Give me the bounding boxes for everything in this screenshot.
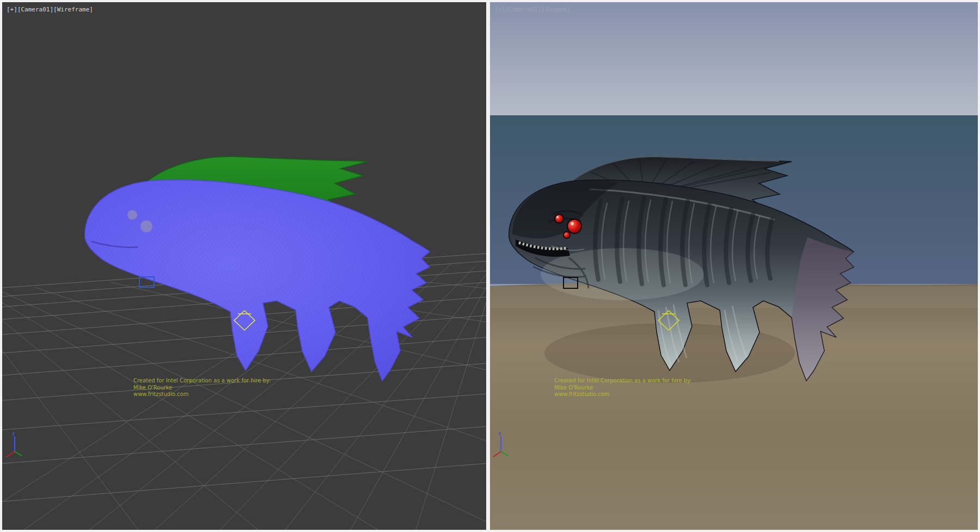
sky: [490, 2, 978, 115]
axis-z-label: z: [498, 431, 501, 436]
wireframe-scene: z: [2, 2, 486, 530]
viewport-pov-menu[interactable]: [Camera01]: [505, 6, 541, 13]
viewport-shading-menu[interactable]: [Wireframe]: [53, 6, 93, 13]
axis-z-label: z: [12, 431, 15, 436]
viewport-label: [+][Camera01][Wireframe]: [7, 6, 93, 13]
viewport-label: [+][Camera01][Shaded]: [494, 6, 570, 13]
shaded-scene: z: [490, 2, 978, 530]
attribution-line3: www.fritzstudio.com: [554, 391, 692, 398]
attribution-line1: Created for Intel Corporation as a work …: [554, 378, 692, 385]
attribution-line3: www.fritzstudio.com: [133, 391, 271, 398]
attribution-text: Created for Intel Corporation as a work …: [133, 378, 271, 398]
viewport-wireframe[interactable]: z [+][Camera01][Wireframe] Created for I…: [2, 2, 486, 530]
viewport-canvas: z [+][Camera01][Wireframe] Created for I…: [0, 0, 980, 532]
viewport-shading-menu[interactable]: [Shaded]: [541, 6, 570, 13]
fish-model-wireframe[interactable]: [85, 157, 430, 381]
viewport-pov-menu[interactable]: [Camera01]: [17, 6, 53, 13]
viewport-general-menu[interactable]: [+]: [7, 6, 17, 13]
wireframe-hatch: [85, 180, 430, 381]
fish-eye: [140, 220, 152, 232]
axis-tripod: z: [7, 431, 22, 457]
viewport-shaded[interactable]: z [+][Camera01][Shaded] Created for Inte…: [490, 2, 978, 530]
attribution-line2: Mike O'Rourke: [554, 385, 692, 392]
attribution-text: Created for Intel Corporation as a work …: [554, 378, 692, 398]
fish-eye: [127, 210, 137, 220]
attribution-line1: Created for Intel Corporation as a work …: [133, 378, 271, 385]
attribution-line2: Mike O'Rourke: [133, 385, 271, 392]
viewport-general-menu[interactable]: [+]: [494, 6, 505, 13]
